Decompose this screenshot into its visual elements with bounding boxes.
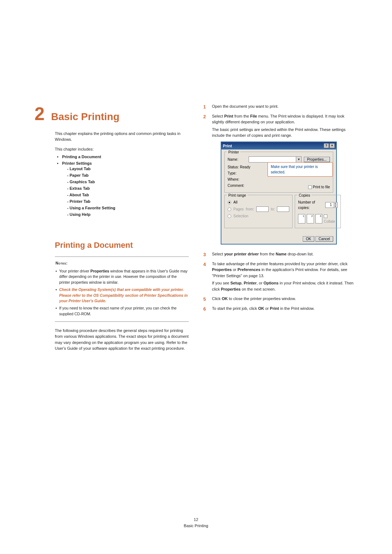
steps-list: 1 Open the document you want to print. 2… — [203, 103, 358, 313]
section-heading: Printing a Document — [55, 241, 189, 250]
chevron-down-icon[interactable]: ▾ — [296, 157, 301, 162]
type-label: Type: — [228, 171, 236, 175]
note-item: Your printer driver Properties window th… — [56, 268, 188, 286]
step-number: 5 — [203, 296, 208, 303]
page-number: 12 — [184, 517, 208, 523]
range-selection-radio[interactable] — [228, 214, 231, 218]
step-text: Select Print from the File menu. The Pri… — [212, 113, 358, 125]
chapter-number: 2 — [34, 103, 45, 124]
toc-item[interactable]: Printing a Document — [55, 153, 189, 160]
step: 1 Open the document you want to print. — [203, 103, 358, 111]
printer-legend: Printer — [227, 149, 240, 155]
note-item: Check the Operating System(s) that are c… — [56, 286, 188, 305]
collate-label: Collate — [324, 219, 335, 223]
range-to-input[interactable] — [277, 206, 289, 212]
step-number: 6 — [203, 305, 208, 313]
range-pages-label: Pages — [233, 206, 244, 212]
help-icon[interactable]: ? — [324, 143, 329, 148]
step: 4 To take advantage of the printer featu… — [203, 261, 358, 294]
print-to-file-checkbox[interactable] — [308, 185, 312, 189]
copies-spinner[interactable]: 1▴▾ — [325, 202, 338, 208]
toc-subitem[interactable]: - Graphics Tab — [67, 178, 189, 185]
where-label: Where: — [228, 177, 239, 181]
step-text: Open the document you want to print. — [212, 103, 358, 110]
properties-button[interactable]: Properties... — [304, 157, 330, 162]
toc-subitem[interactable]: - Printer Tab — [67, 198, 189, 205]
step: 2 Select Print from the File menu. The P… — [203, 113, 358, 249]
dialog-title: Print — [223, 143, 232, 149]
collate-icon: 2 — [307, 214, 314, 223]
collate-checkbox[interactable] — [324, 214, 327, 218]
step: 5 Click OK to close the printer properti… — [203, 296, 358, 303]
toc-item[interactable]: Printer Settings - Layout Tab - Paper Ta… — [55, 160, 189, 219]
status-label: Status: — [228, 165, 239, 169]
step-number: 3 — [203, 251, 208, 259]
collate-icon: 3 — [315, 214, 323, 223]
name-label: Name: — [228, 157, 246, 162]
copies-label: Number of copies: — [298, 200, 323, 210]
step-text: To take advantage of the printer feature… — [212, 261, 358, 279]
copies-legend: Copies — [297, 193, 311, 198]
printer-name-select[interactable]: ▾ — [249, 156, 302, 163]
chapter-toc: Printing a Document Printer Settings - L… — [55, 153, 189, 219]
chapter-includes-label: This chapter includes: — [55, 147, 189, 151]
step-number: 1 — [203, 103, 208, 111]
step-text: The basic print settings are selected wi… — [212, 127, 358, 139]
notes-block: Notes: Your printer driver Properties wi… — [55, 257, 189, 322]
step-number: 2 — [203, 113, 208, 249]
comment-label: Comment: — [228, 184, 244, 188]
step-text: If you see Setup, Printer, or Options in… — [212, 280, 358, 292]
close-icon[interactable]: × — [330, 143, 335, 148]
status-value: Ready — [240, 165, 250, 169]
step: 3 Select your printer driver from the Na… — [203, 251, 358, 259]
section-body: The following procedure describes the ge… — [55, 328, 189, 352]
toc-subitem[interactable]: - Layout Tab — [67, 165, 189, 172]
step-text: Select your printer driver from the Name… — [212, 251, 358, 257]
collate-icon: 1 — [298, 214, 305, 223]
dialog-titlebar: Print ? × — [221, 142, 336, 150]
note-item: If you need to know the exact name of yo… — [56, 305, 188, 318]
notes-label: Notes — [56, 261, 66, 265]
step-text: To start the print job, click OK or Prin… — [212, 305, 358, 312]
ok-button[interactable]: OK — [303, 236, 314, 242]
toc-subitem[interactable]: - Using a Favorite Setting — [67, 205, 189, 211]
to-label: to: — [271, 206, 275, 212]
from-label: from: — [246, 206, 254, 212]
print-dialog: Print ? × Printer Name: — [221, 141, 337, 245]
range-all-label: All — [233, 200, 237, 205]
page-footer: 12 Basic Printing — [184, 517, 208, 529]
print-range-legend: Print range — [227, 193, 248, 198]
toc-subitem[interactable]: - Paper Tab — [67, 172, 189, 178]
chapter-title: Basic Printing — [51, 111, 119, 123]
toc-item-label: Printer Settings — [62, 161, 92, 165]
callout-box: Make sure that your printer is selected. — [268, 162, 333, 177]
range-pages-radio[interactable] — [228, 208, 231, 211]
cancel-button[interactable]: Cancel — [315, 236, 333, 242]
range-selection-label: Selection — [233, 213, 248, 219]
range-all-radio[interactable] — [228, 201, 231, 204]
step-text: Click OK to close the printer properties… — [212, 296, 358, 302]
toc-subitem[interactable]: - Using Help — [67, 211, 189, 218]
footer-title: Basic Printing — [184, 523, 208, 529]
toc-subitem[interactable]: - About Tab — [67, 192, 189, 198]
range-from-input[interactable] — [256, 206, 269, 212]
chapter-intro: This chapter explains the printing optio… — [55, 131, 189, 143]
print-to-file-label: Print to file — [313, 185, 330, 189]
step-number: 4 — [203, 261, 208, 294]
step: 6 To start the print job, click OK or Pr… — [203, 305, 358, 313]
toc-subitem[interactable]: - Extras Tab — [67, 185, 189, 192]
